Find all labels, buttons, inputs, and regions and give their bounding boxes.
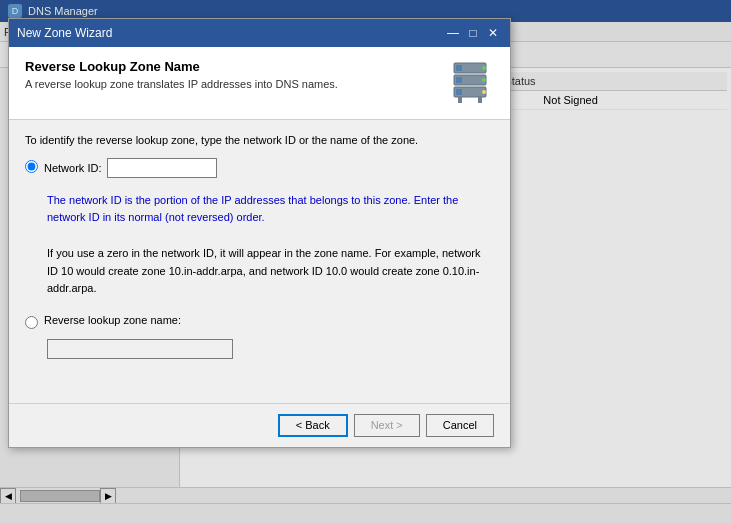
network-id-label[interactable]: Network ID: [44, 158, 217, 178]
dialog-titlebar: New Zone Wizard — □ ✕ [9, 19, 510, 47]
dialog-titlebar-left: New Zone Wizard [17, 26, 112, 40]
dialog-footer: < Back Next > Cancel [9, 403, 510, 447]
svg-rect-4 [456, 77, 462, 83]
network-id-option: Network ID: [25, 158, 494, 178]
dialog-content: Reverse Lookup Zone Name A reverse looku… [9, 47, 510, 447]
dialog-heading: Reverse Lookup Zone Name [25, 59, 430, 74]
network-id-input[interactable] [107, 158, 217, 178]
reverse-zone-label[interactable]: Reverse lookup zone name: [44, 314, 181, 326]
dialog-header-text: Reverse Lookup Zone Name A reverse looku… [25, 59, 430, 90]
network-id-info-text: The network ID is the portion of the IP … [47, 192, 494, 225]
dialog-subtext: A reverse lookup zone translates IP addr… [25, 78, 430, 90]
dialog-titlebar-controls[interactable]: — □ ✕ [444, 24, 502, 42]
svg-rect-10 [478, 97, 482, 103]
dialog-minimize-button[interactable]: — [444, 24, 462, 42]
reverse-zone-radio[interactable] [25, 316, 38, 329]
network-id-radio[interactable] [25, 160, 38, 173]
svg-rect-7 [456, 89, 462, 95]
example-text: If you use a zero in the network ID, it … [47, 245, 494, 298]
new-zone-wizard-dialog: New Zone Wizard — □ ✕ Reverse Lookup Zon… [8, 18, 511, 448]
cancel-button[interactable]: Cancel [426, 414, 494, 437]
svg-rect-1 [456, 65, 462, 71]
dialog-maximize-button[interactable]: □ [464, 24, 482, 42]
dialog-close-button[interactable]: ✕ [484, 24, 502, 42]
dialog-body: To identify the reverse lookup zone, typ… [9, 120, 510, 403]
radio-group: Network ID: The network ID is the portio… [25, 158, 494, 359]
zone-name-input[interactable] [47, 339, 233, 359]
body-spacer [25, 359, 494, 389]
server-icon [446, 59, 494, 107]
reverse-zone-option: Reverse lookup zone name: [25, 314, 494, 329]
svg-point-5 [482, 78, 486, 82]
network-id-label-group: Network ID: [44, 158, 217, 178]
dialog-title: New Zone Wizard [17, 26, 112, 40]
svg-point-2 [482, 66, 486, 70]
back-button[interactable]: < Back [278, 414, 348, 437]
intro-text: To identify the reverse lookup zone, typ… [25, 134, 494, 146]
next-button[interactable]: Next > [354, 414, 420, 437]
dialog-header: Reverse Lookup Zone Name A reverse looku… [9, 47, 510, 120]
svg-rect-9 [458, 97, 462, 103]
svg-point-8 [482, 90, 486, 94]
